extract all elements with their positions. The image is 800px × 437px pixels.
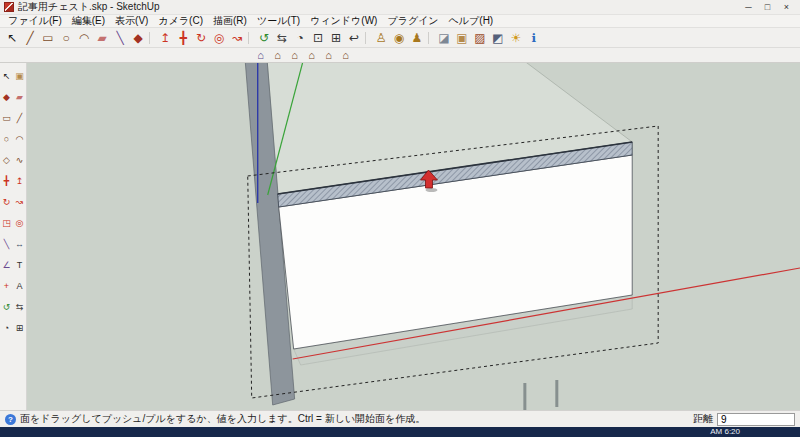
position-camera-tool[interactable]: ♙ (372, 29, 390, 47)
view-top-button[interactable]: ⌂ (269, 48, 286, 62)
menu-item[interactable]: ツール(T) (252, 14, 305, 28)
materials-button[interactable]: ▨ (471, 29, 489, 47)
protractor-tool[interactable]: ∠ (0, 254, 13, 275)
make-component-button[interactable]: ▣ (453, 29, 471, 47)
model-info-button[interactable]: ℹ (525, 29, 543, 47)
orbit-tool[interactable]: ↺ (0, 296, 13, 317)
separator (248, 32, 253, 44)
move-tool[interactable]: ╋ (174, 29, 192, 47)
orbit-tool[interactable]: ↺ (255, 29, 273, 47)
circle-tool[interactable]: ○ (57, 29, 75, 47)
paint-bucket-tool[interactable]: ◆ (0, 86, 13, 107)
rectangle-tool[interactable]: ▭ (0, 107, 13, 128)
sketchup-window: 記事用チェスト.skp - SketchUp ─ □ × ファイル(F)編集(E… (0, 0, 800, 437)
follow-me-tool[interactable]: ↝ (13, 191, 26, 212)
model-viewport (27, 63, 800, 410)
paint-bucket-tool[interactable]: ◆ (129, 29, 147, 47)
zoom-extents-tool[interactable]: ⊞ (327, 29, 345, 47)
close-button[interactable]: × (777, 1, 796, 14)
zoom-previous-tool[interactable]: ↩ (345, 29, 363, 47)
menu-item[interactable]: ヘルプ(H) (444, 14, 499, 28)
arc-tool[interactable]: ◠ (75, 29, 93, 47)
menu-item[interactable]: カメラ(C) (153, 14, 208, 28)
measurement-input[interactable] (717, 413, 795, 426)
shadows-button[interactable]: ☀ (507, 29, 525, 47)
menu-item[interactable]: ウィンドウ(W) (305, 14, 382, 28)
window-controls: ─ □ × (739, 1, 796, 14)
separator (149, 32, 154, 44)
main-toolbar: ↖╱▭○◠▰╲◆↥╋↻◎↝↺⇆◔⊡⊞↩♙◉♟◪▣▨◩☀ℹ (0, 28, 800, 48)
view-back-button[interactable]: ⌂ (320, 48, 337, 62)
taskbar-clock: AM 6:20 (710, 427, 740, 437)
viewport-canvas[interactable] (27, 63, 800, 410)
eraser-tool[interactable]: ▰ (13, 86, 26, 107)
push-pull-tool[interactable]: ↥ (13, 170, 26, 191)
separator (365, 32, 370, 44)
dimension-tool[interactable]: ↔ (13, 233, 26, 254)
menu-item[interactable]: 編集(E) (67, 14, 110, 28)
rotate-tool[interactable]: ↻ (0, 191, 13, 212)
windows-taskbar[interactable]: AM 6:20 (0, 427, 800, 437)
view-iso-button[interactable]: ⌂ (252, 48, 269, 62)
window-title: 記事用チェスト.skp - SketchUp (18, 0, 160, 14)
select-tool[interactable]: ↖ (0, 65, 13, 86)
arc-tool[interactable]: ◠ (13, 128, 26, 149)
tape-measure-tool[interactable]: ╲ (0, 233, 13, 254)
sketchup-app-icon (4, 2, 14, 12)
zoom-extents-tool[interactable]: ⊞ (13, 317, 26, 338)
eraser-tool[interactable]: ▰ (93, 29, 111, 47)
zoom-tool[interactable]: ◔ (0, 317, 13, 338)
menu-item[interactable]: 表示(V) (110, 14, 153, 28)
look-around-tool[interactable]: ◉ (390, 29, 408, 47)
rotate-tool[interactable]: ↻ (192, 29, 210, 47)
views-toolbar: ⌂⌂⌂⌂⌂⌂ (0, 48, 800, 63)
text-tool[interactable]: T (13, 254, 26, 275)
push-pull-tool[interactable]: ↥ (156, 29, 174, 47)
offset-tool[interactable]: ◎ (210, 29, 228, 47)
zoom-window-tool[interactable]: ⊡ (309, 29, 327, 47)
status-bar: ? 面をドラッグしてプッシュ/プルをするか、値を入力します。Ctrl = 新しい… (0, 410, 800, 427)
view-left-button[interactable]: ⌂ (337, 48, 354, 62)
move-tool[interactable]: ╋ (0, 170, 13, 191)
menu-item[interactable]: ファイル(F) (3, 14, 67, 28)
line-tool[interactable]: ╱ (13, 107, 26, 128)
tape-measure-tool[interactable]: ╲ (111, 29, 129, 47)
pan-tool[interactable]: ⇆ (13, 296, 26, 317)
menu-item[interactable]: プラグイン (382, 14, 443, 28)
freehand-tool[interactable]: ∿ (13, 149, 26, 170)
menu-item[interactable]: 描画(R) (208, 14, 252, 28)
maximize-button[interactable]: □ (758, 1, 777, 14)
view-front-button[interactable]: ⌂ (286, 48, 303, 62)
section-plane-tool[interactable]: ◪ (435, 29, 453, 47)
polygon-tool[interactable]: ◇ (0, 149, 13, 170)
view-right-button[interactable]: ⌂ (303, 48, 320, 62)
status-hint-text: 面をドラッグしてプッシュ/プルをするか、値を入力します。Ctrl = 新しい開始… (20, 412, 425, 426)
separator (428, 32, 433, 44)
cabinet-leg (523, 383, 526, 410)
help-icon[interactable]: ? (5, 414, 16, 425)
line-tool[interactable]: ╱ (21, 29, 39, 47)
walk-tool[interactable]: ♟ (408, 29, 426, 47)
menu-bar: ファイル(F)編集(E)表示(V)カメラ(C)描画(R)ツール(T)ウィンドウ(… (0, 15, 800, 28)
measurement-label: 距離 (693, 412, 713, 426)
zoom-tool[interactable]: ◔ (291, 29, 309, 47)
main-area: ↖▣◆▰▭╱○◠◇∿╋↥↻↝◳◎╲↔∠T+A↺⇆◔⊞ (0, 63, 800, 410)
large-tool-set: ↖▣◆▰▭╱○◠◇∿╋↥↻↝◳◎╲↔∠T+A↺⇆◔⊞ (0, 63, 27, 410)
title-bar: 記事用チェスト.skp - SketchUp ─ □ × (0, 0, 800, 15)
pan-tool[interactable]: ⇆ (273, 29, 291, 47)
axes-tool[interactable]: + (0, 275, 13, 296)
circle-tool[interactable]: ○ (0, 128, 13, 149)
make-component-button[interactable]: ▣ (13, 65, 26, 86)
styles-button[interactable]: ◩ (489, 29, 507, 47)
scale-tool[interactable]: ◳ (0, 212, 13, 233)
select-tool[interactable]: ↖ (3, 29, 21, 47)
rectangle-tool[interactable]: ▭ (39, 29, 57, 47)
cabinet-leg (555, 380, 558, 407)
follow-me-tool[interactable]: ↝ (228, 29, 246, 47)
offset-tool[interactable]: ◎ (13, 212, 26, 233)
threed-text-tool[interactable]: A (13, 275, 26, 296)
minimize-button[interactable]: ─ (739, 1, 758, 14)
